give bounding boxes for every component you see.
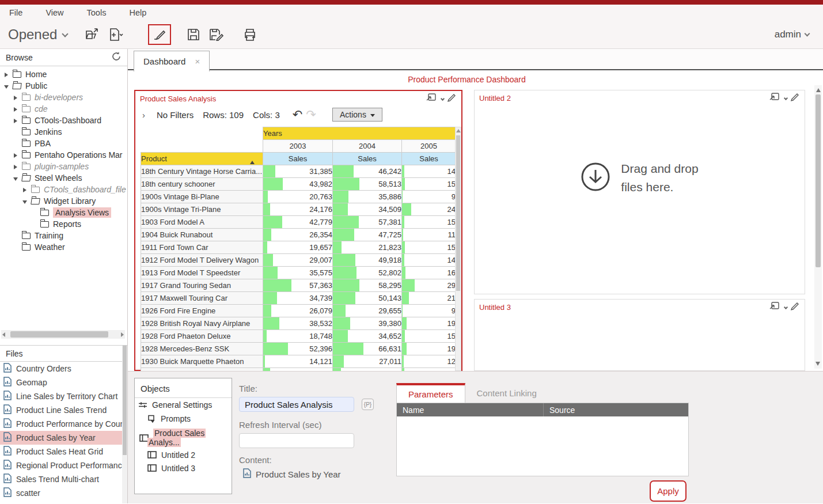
pivot-vertical-scrollbar[interactable]: [455, 127, 461, 371]
parameter-insert-button[interactable]: {P}: [362, 399, 374, 410]
tree-item-pentaho-operations-mar[interactable]: Pentaho Operations Mar: [0, 149, 127, 161]
file-item-product-sales-heat-grid[interactable]: Product Sales Heat Grid: [0, 445, 127, 458]
chevron-down-icon[interactable]: [784, 96, 788, 100]
pivot-year-header[interactable]: 2004: [333, 140, 402, 153]
scrollbar-thumb[interactable]: [123, 346, 127, 455]
menu-view[interactable]: View: [45, 8, 63, 17]
opened-dropdown[interactable]: Opened: [8, 26, 67, 43]
pivot-data-row[interactable]: 1913 Ford Model T Speedster35,57552,8021…: [141, 267, 456, 279]
menu-help[interactable]: Help: [129, 8, 146, 17]
file-item-regional-product-performance[interactable]: Regional Product Performance: [0, 458, 127, 472]
objects-item-prompts[interactable]: Prompts: [135, 412, 232, 426]
tree-collapse-icon[interactable]: [13, 173, 18, 183]
refresh-icon[interactable]: [111, 51, 122, 64]
pivot-data-row[interactable]: 1912 Ford Model T Delivery Wagon29,00749…: [141, 254, 456, 267]
canvas-vertical-scrollbar[interactable]: [814, 85, 822, 369]
tree-item-steel-wheels[interactable]: Steel Wheels: [0, 172, 127, 184]
tree-expand-icon[interactable]: [13, 162, 18, 171]
objects-item-untitled-2[interactable]: Untitled 2: [135, 448, 232, 461]
tree-item-training[interactable]: Training: [0, 230, 127, 241]
scroll-up-icon[interactable]: [456, 129, 461, 132]
edit-widget-icon[interactable]: [790, 301, 800, 313]
refresh-interval-input[interactable]: [239, 433, 354, 448]
chevron-down-icon[interactable]: [441, 96, 445, 100]
pivot-data-row[interactable]: 1926 Ford Fire Engine26,07929,6559: [141, 305, 456, 317]
tree-item-weather[interactable]: Weather: [0, 241, 127, 253]
insert-content-icon[interactable]: [769, 92, 780, 104]
user-menu[interactable]: admin: [775, 29, 809, 40]
pivot-year-header[interactable]: 2003: [263, 140, 333, 153]
file-item-scatter[interactable]: scatter: [0, 486, 127, 500]
tree-expand-icon[interactable]: [13, 93, 18, 102]
pivot-product-header[interactable]: Product: [141, 153, 263, 165]
undo-icon[interactable]: ↶: [293, 108, 303, 122]
pivot-data-row[interactable]: 1928 Mercedes-Benz SSK52,39666,63119: [141, 343, 456, 355]
file-item-sales-trend-multi-chart[interactable]: Sales Trend Multi-chart: [0, 472, 127, 486]
files-vertical-scrollbar[interactable]: [122, 346, 127, 503]
insert-content-icon[interactable]: [426, 93, 437, 104]
scroll-right-icon[interactable]: [121, 332, 124, 337]
tree-item-widget-library[interactable]: Widget Library: [0, 195, 127, 207]
tree-item-ctools-dashboard-file[interactable]: CTools_dashboard_file: [0, 184, 127, 195]
file-item-country-orders[interactable]: Country Orders: [0, 362, 127, 376]
title-input[interactable]: Product Sales Analysis: [239, 397, 354, 412]
pivot-sales-header[interactable]: Sales: [402, 153, 456, 165]
tree-item-plugin-samples[interactable]: plugin-samples: [0, 161, 127, 172]
tab-parameters[interactable]: Parameters: [396, 383, 465, 403]
edit-mode-button-active[interactable]: [148, 24, 171, 45]
print-icon[interactable]: [241, 26, 259, 43]
tree-item-reports[interactable]: Reports: [0, 218, 127, 230]
scroll-down-icon[interactable]: [816, 362, 820, 366]
browse-horizontal-scrollbar[interactable]: [1, 330, 125, 339]
pivot-years-header[interactable]: Years: [263, 127, 456, 140]
objects-item-general-settings[interactable]: General Settings: [135, 398, 232, 412]
pivot-sales-header[interactable]: Sales: [333, 153, 402, 165]
open-file-icon[interactable]: [84, 26, 101, 43]
widget-product-sales-analysis[interactable]: Product Sales Analysis › No Filters Rows…: [134, 90, 462, 371]
content-file-item[interactable]: Product Sales by Year: [243, 468, 341, 480]
chevron-down-icon[interactable]: [784, 305, 788, 309]
tab-dashboard[interactable]: Dashboard ×: [134, 51, 210, 71]
tree-collapse-icon[interactable]: [3, 81, 9, 90]
insert-content-icon[interactable]: [769, 301, 780, 313]
actions-button[interactable]: Actions: [332, 108, 382, 122]
tree-item-pba[interactable]: PBA: [0, 138, 127, 149]
tree-collapse-icon[interactable]: [22, 196, 28, 206]
tree-expand-icon[interactable]: [13, 116, 18, 125]
pivot-table[interactable]: Years200320042005ProductSalesSalesSales1…: [141, 127, 456, 371]
file-item-line-sales-by-territory-chart[interactable]: Line Sales by Territory Chart: [0, 389, 127, 403]
pivot-year-header[interactable]: 2005: [402, 140, 456, 153]
file-item-product-sales-by-year[interactable]: Product Sales by Year: [0, 431, 127, 445]
close-icon[interactable]: ×: [195, 56, 200, 66]
menu-tools[interactable]: Tools: [87, 8, 107, 17]
scrollbar-thumb[interactable]: [816, 94, 821, 267]
tab-content-linking[interactable]: Content Linking: [465, 383, 548, 403]
scrollbar-thumb[interactable]: [10, 331, 108, 338]
file-item-geomap[interactable]: Geomap: [0, 376, 127, 389]
pivot-data-row[interactable]: 1917 Grand Touring Sedan57,36358,29529: [141, 279, 456, 292]
widget-untitled-3[interactable]: Untitled 3: [474, 299, 805, 371]
pivot-data-row[interactable]: 1930 Buick Marquette Phaeton14,12127,011…: [141, 355, 456, 368]
pivot-data-row[interactable]: 1903 Ford Model A42,77957,38115: [141, 216, 456, 229]
save-as-icon[interactable]: [208, 26, 225, 43]
file-item-product-line-sales-trend[interactable]: Product Line Sales Trend: [0, 403, 127, 417]
pivot-data-row[interactable]: 18th Century Vintage Horse Carria...31,3…: [141, 165, 456, 178]
new-file-icon[interactable]: [108, 26, 125, 43]
tree-item-jenkins[interactable]: Jenkins: [0, 126, 127, 138]
scrollbar-thumb[interactable]: [456, 135, 460, 291]
tree-expand-icon[interactable]: [13, 150, 18, 160]
drop-zone[interactable]: Drag and dropfiles here.: [475, 160, 805, 196]
tree-expand-icon[interactable]: [22, 185, 28, 194]
tree-item-cde[interactable]: cde: [0, 103, 127, 115]
edit-widget-icon[interactable]: [446, 93, 457, 104]
sort-icon[interactable]: [250, 154, 259, 158]
pivot-data-row[interactable]: 1928 Ford Phaeton Deluxe18,74834,65215: [141, 330, 456, 343]
tree-item-public[interactable]: Public: [0, 80, 127, 92]
scroll-left-icon[interactable]: [2, 332, 5, 337]
save-icon[interactable]: [185, 26, 202, 43]
tree-item-ctools-dashboard[interactable]: CTools-Dashboard: [0, 115, 127, 126]
scroll-up-icon[interactable]: [816, 88, 821, 92]
pivot-data-row[interactable]: 1900s Vintage Bi-Plane20,76335,8869: [141, 191, 456, 203]
file-item-product-performance-by-coun[interactable]: Product Performance by Coun: [0, 417, 127, 431]
menu-file[interactable]: File: [9, 8, 22, 17]
